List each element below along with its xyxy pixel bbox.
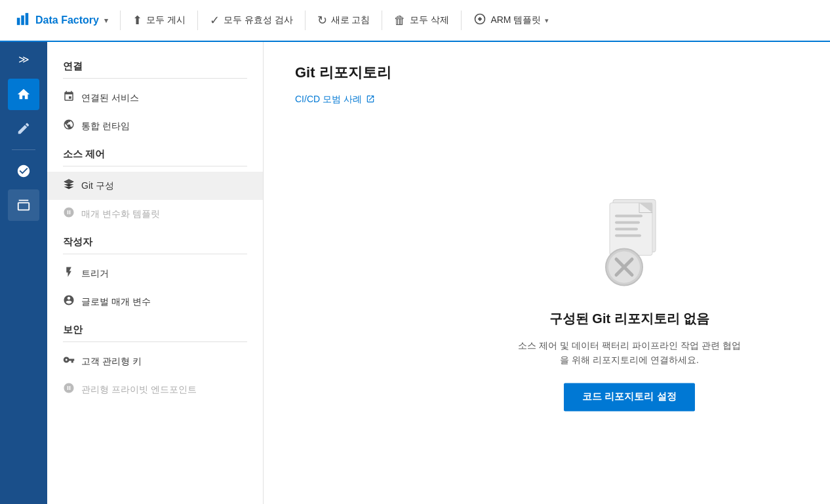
divider-security <box>63 341 247 342</box>
monitor-nav-icon[interactable] <box>8 155 39 187</box>
cicd-link-text: CI/CD 모범 사례 <box>295 94 362 106</box>
factory-icon <box>16 12 30 29</box>
cicd-link[interactable]: CI/CD 모범 사례 <box>295 94 375 106</box>
validate-all-button[interactable]: ✓ 모두 유효성 검사 <box>201 0 302 41</box>
section-connection: 연결 <box>47 52 263 78</box>
divider-source-control <box>63 166 247 166</box>
linked-service-label: 연결된 서비스 <box>81 92 139 104</box>
arm-icon <box>473 12 486 29</box>
linked-service-item[interactable]: 연결된 서비스 <box>47 84 263 112</box>
brand-button[interactable]: Data Factory ▾ <box>10 0 117 41</box>
global-param-icon <box>63 294 75 309</box>
divider-4 <box>382 10 382 30</box>
empty-state: 구성된 Git 리포지토리 없음 소스 제어 및 데이터 팩터리 파이프라인 작… <box>492 163 767 438</box>
toolbar: Data Factory ▾ ⬆ 모두 게시 ✓ 모두 유효성 검사 ↻ 새로 … <box>0 0 830 42</box>
edit-nav-icon[interactable] <box>8 113 39 144</box>
page-title: Git 리포지토리 <box>295 63 799 83</box>
icon-sidebar: ≫ <box>0 42 47 504</box>
integration-runtime-icon <box>63 119 75 134</box>
svg-rect-1 <box>21 15 24 25</box>
divider-connection <box>63 78 247 79</box>
nav-panel: 연결 연결된 서비스 통합 런타임 소스 제어 <box>47 42 264 504</box>
linked-service-icon <box>63 90 75 106</box>
manage-nav-icon[interactable] <box>8 189 39 221</box>
upload-icon: ⬆ <box>132 13 142 28</box>
sidebar-divider <box>12 149 35 150</box>
delete-all-button[interactable]: 🗑 모두 삭제 <box>385 0 458 41</box>
divider-2 <box>197 10 198 30</box>
private-endpoint-item: 관리형 프라이빗 엔드포인트 <box>47 376 263 404</box>
section-security: 보안 <box>47 316 263 341</box>
empty-state-description: 소스 제어 및 데이터 팩터리 파이프라인 작업 관련 협업을 위해 리포지토리… <box>518 338 741 368</box>
private-endpoint-label: 관리형 프라이빗 엔드포인트 <box>81 384 197 396</box>
publish-all-label: 모두 게시 <box>146 14 186 26</box>
private-endpoint-icon <box>63 382 75 397</box>
git-config-label: Git 구성 <box>81 180 114 192</box>
section-author: 작성자 <box>47 228 263 254</box>
svg-marker-4 <box>64 180 74 185</box>
arm-label: ARM 템플릿 <box>490 14 541 26</box>
key-icon <box>63 354 75 369</box>
integration-runtime-item[interactable]: 통합 런타임 <box>47 112 263 140</box>
param-template-label: 매개 변수화 템플릿 <box>81 208 160 220</box>
trigger-icon <box>63 266 75 281</box>
svg-rect-0 <box>17 18 20 25</box>
trigger-item[interactable]: 트리거 <box>47 260 263 288</box>
global-param-item[interactable]: 글로벌 매개 변수 <box>47 288 263 316</box>
divider-3 <box>305 10 306 30</box>
check-icon: ✓ <box>210 13 220 28</box>
arm-chevron: ▾ <box>545 16 549 25</box>
refresh-icon: ↻ <box>317 13 327 28</box>
global-param-label: 글로벌 매개 변수 <box>81 296 151 308</box>
refresh-label: 새로 고침 <box>331 14 370 26</box>
setup-repository-button[interactable]: 코드 리포지토리 설정 <box>564 383 694 412</box>
refresh-button[interactable]: ↻ 새로 고침 <box>308 0 380 41</box>
empty-state-illustration <box>577 189 682 294</box>
arm-template-button[interactable]: ARM 템플릿 ▾ <box>464 0 558 41</box>
brand-chevron: ▾ <box>104 16 108 25</box>
svg-rect-8 <box>615 221 640 223</box>
delete-all-label: 모두 삭제 <box>410 14 449 26</box>
home-nav-icon[interactable] <box>8 79 39 110</box>
divider-1 <box>120 10 121 30</box>
empty-state-title: 구성된 Git 리포지토리 없음 <box>549 310 709 328</box>
git-config-item[interactable]: Git 구성 <box>47 172 263 200</box>
customer-key-item[interactable]: 고객 관리형 키 <box>47 347 263 376</box>
svg-rect-10 <box>615 234 641 237</box>
delete-icon: 🗑 <box>394 14 406 28</box>
git-icon <box>63 178 75 193</box>
collapse-button[interactable]: ≫ <box>10 47 37 71</box>
svg-rect-9 <box>615 227 638 230</box>
integration-runtime-label: 통합 런타임 <box>81 121 130 132</box>
divider-author <box>63 254 247 254</box>
external-link-icon <box>366 94 375 106</box>
svg-rect-7 <box>615 214 642 217</box>
svg-rect-2 <box>26 12 29 24</box>
validate-all-label: 모두 유효성 검사 <box>224 14 293 26</box>
publish-all-button[interactable]: ⬆ 모두 게시 <box>123 0 195 41</box>
content-area: Git 리포지토리 CI/CD 모범 사례 <box>264 42 830 504</box>
trigger-label: 트리거 <box>81 268 109 280</box>
divider-5 <box>461 10 462 30</box>
section-source-control: 소스 제어 <box>47 140 263 166</box>
customer-key-label: 고객 관리형 키 <box>81 356 142 368</box>
main-layout: ≫ 연결 <box>0 42 830 504</box>
brand-label: Data Factory <box>35 14 99 26</box>
param-template-icon <box>63 206 75 222</box>
param-template-item: 매개 변수화 템플릿 <box>47 200 263 228</box>
